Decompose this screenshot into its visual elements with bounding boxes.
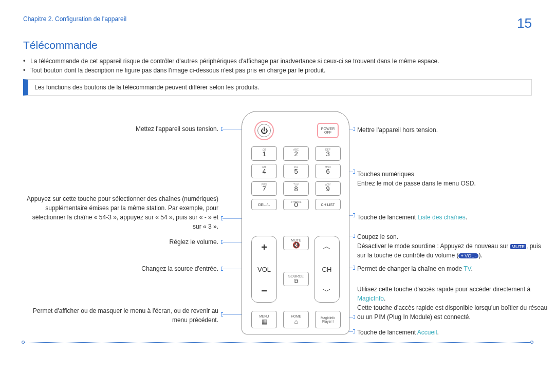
vol-pill: + VOL -: [458, 253, 478, 258]
label-magicinfo: Utilisez cette touche d'accès rapide pou…: [357, 285, 552, 322]
home-button[interactable]: HOME ⌂: [283, 311, 309, 328]
magicinfo-label-top: MagicInfo: [321, 316, 335, 320]
home-label: HOME: [291, 314, 301, 318]
chlist-link: Liste des chaînes: [417, 214, 465, 221]
label-home: Touche de lancement Accueil.: [357, 328, 542, 337]
mute-line3b: ).: [478, 252, 482, 259]
chlist-pre: Touche de lancement: [357, 214, 417, 221]
dotted-separator: [23, 342, 532, 343]
numeric-keypad: .QZ1 ABC2 DEF3 GHI4 JKL5 MNO6 PRS7 TUV8 …: [251, 146, 341, 210]
key-4[interactable]: GHI4: [251, 164, 277, 178]
ch-label: CH: [322, 266, 332, 273]
tv-link: TV: [464, 265, 471, 272]
dot-anchor: [22, 341, 25, 344]
label-source: Changez la source d'entrée.: [23, 265, 218, 272]
home-link: Accueil: [417, 329, 437, 336]
connector: [353, 213, 355, 217]
connector: [353, 329, 355, 333]
connector: [353, 315, 355, 319]
ch-pre: Permet de changer la chaîne en mode: [357, 265, 464, 272]
chevron-up-icon: ︿: [323, 241, 331, 252]
chevron-down-icon: ﹀: [323, 286, 331, 297]
chapter-label: Chapitre 2. Configuration de l'appareil: [23, 15, 126, 23]
source-icon: ⧉: [294, 278, 299, 284]
menu-icon: ▦: [262, 318, 267, 325]
volume-rocker[interactable]: + VOL −: [251, 236, 277, 303]
intro-bullets: La télécommande de cet appareil risque d…: [23, 58, 532, 74]
power-icon: ⏻: [257, 124, 271, 137]
vol-label: VOL: [257, 266, 271, 273]
label-power-off: Mettre l'appareil hors tension.: [357, 125, 542, 135]
note-box: Les fonctions des boutons de la télécomm…: [23, 79, 532, 96]
key-del[interactable]: DEL-/--: [251, 199, 277, 210]
connector: [353, 170, 355, 174]
menu-label: MENU: [259, 314, 269, 318]
connector: [353, 234, 355, 238]
key-0[interactable]: SYMBOL0: [283, 199, 309, 210]
mute-line1: Coupez le son.: [357, 233, 398, 240]
remote-diagram: Mettez l'appareil sous tension. Appuyez …: [23, 106, 532, 358]
power-off-label-top: POWER: [321, 127, 335, 130]
power-on-button[interactable]: ⏻: [254, 121, 274, 140]
home-icon: ⌂: [294, 318, 298, 325]
minus-icon: −: [261, 285, 267, 297]
label-mute: Coupez le son. Désactiver le mode sourdi…: [357, 232, 552, 260]
dot-anchor: [530, 341, 533, 344]
bullet-item: Tout bouton dont la description ne figur…: [23, 67, 532, 74]
numeric-title: Touches numériques: [357, 171, 414, 178]
remote-control: ⏻ POWER OFF .QZ1 ABC2 DEF3 GHI4 JKL5 MNO…: [242, 111, 349, 334]
mute-pill: MUTE: [510, 244, 527, 249]
key-7[interactable]: PRS7: [251, 181, 277, 196]
connector: [353, 127, 355, 131]
mute-button[interactable]: MUTE 🔇: [283, 236, 309, 250]
home-pre: Touche de lancement: [357, 329, 417, 336]
power-off-button[interactable]: POWER OFF: [317, 123, 339, 138]
key-1[interactable]: .QZ1: [251, 146, 277, 161]
key-3[interactable]: DEF3: [315, 146, 341, 161]
menu-button[interactable]: MENU ▦: [251, 311, 277, 328]
key-8[interactable]: TUV8: [283, 181, 309, 196]
label-volume: Réglez le volume.: [23, 238, 218, 246]
magic-desc: Cette touche d'accès rapide est disponib…: [357, 304, 547, 321]
mute-icon: 🔇: [292, 242, 300, 248]
key-2[interactable]: ABC2: [283, 146, 309, 161]
plus-icon: +: [261, 241, 267, 253]
label-menu: Permet d'afficher ou de masquer le menu …: [23, 306, 218, 325]
label-chlist: Touche de lancement Liste des chaînes.: [357, 213, 542, 222]
key-5[interactable]: JKL5: [283, 164, 309, 178]
label-numeric-right: Touches numériques Entrez le mot de pass…: [357, 170, 542, 188]
magicinfo-label-bot: Player I: [322, 320, 334, 323]
channel-rocker[interactable]: ︿ CH ﹀: [314, 236, 340, 303]
key-9[interactable]: WXY9: [315, 181, 341, 196]
label-power-on: Mettez l'appareil sous tension.: [23, 125, 218, 133]
label-ch: Permet de changer la chaîne en mode TV.: [357, 264, 542, 273]
source-button[interactable]: SOURCE ⧉: [283, 272, 309, 286]
key-chlist[interactable]: CH LIST: [315, 199, 341, 210]
numeric-desc: Entrez le mot de passe dans le menu OSD.: [357, 180, 476, 187]
page-number: 15: [517, 15, 532, 31]
section-title: Télécommande: [23, 39, 532, 51]
mute-line2b: , puis: [526, 242, 541, 250]
connector: [353, 266, 355, 270]
mute-line3a: sur la touche de contrôle du volume (: [357, 252, 458, 259]
power-off-label-bottom: OFF: [324, 130, 331, 134]
label-numeric-left: Appuyez sur cette touche pour sélectionn…: [23, 194, 218, 231]
magic-link: MagicInfo: [357, 295, 384, 302]
magicinfo-button[interactable]: MagicInfo Player I: [315, 311, 341, 328]
magic-pre: Utilisez cette touche d'accès rapide pou…: [357, 286, 530, 293]
key-6[interactable]: MNO6: [315, 164, 341, 178]
mute-line2a: Désactiver le mode sourdine : Appuyez de…: [357, 242, 510, 250]
bullet-item: La télécommande de cet appareil risque d…: [23, 58, 532, 65]
